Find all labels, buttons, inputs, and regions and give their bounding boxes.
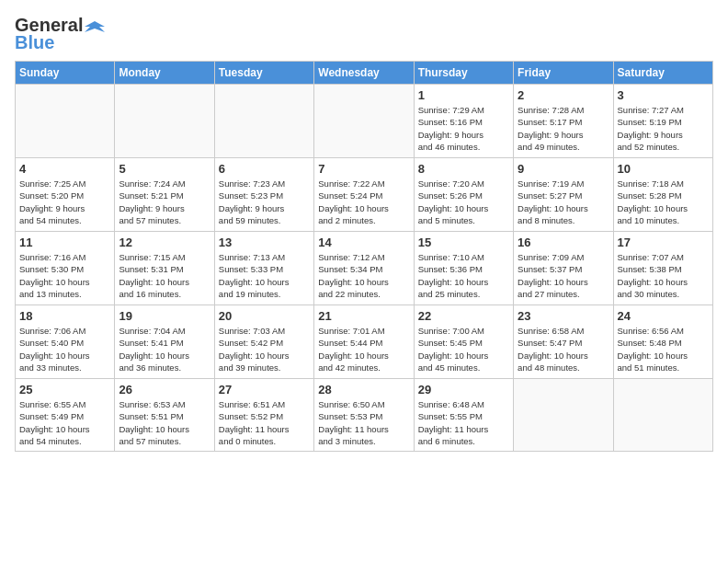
day-info: Sunrise: 7:22 AM Sunset: 5:24 PM Dayligh…: [318, 178, 409, 226]
day-info: Sunrise: 7:07 AM Sunset: 5:38 PM Dayligh…: [618, 251, 709, 300]
day-number: 12: [119, 236, 210, 249]
day-info: Sunrise: 7:16 AM Sunset: 5:30 PM Dayligh…: [19, 251, 110, 300]
calendar-day-empty: [16, 85, 115, 158]
logo: General Blue: [15, 15, 105, 53]
calendar-week-row: 11Sunrise: 7:16 AM Sunset: 5:30 PM Dayli…: [16, 232, 713, 305]
day-info: Sunrise: 7:00 AM Sunset: 5:45 PM Dayligh…: [418, 325, 509, 373]
day-number: 7: [318, 162, 409, 176]
day-number: 9: [518, 162, 609, 176]
calendar-day-9: 9Sunrise: 7:19 AM Sunset: 5:27 PM Daylig…: [514, 158, 613, 232]
day-info: Sunrise: 7:12 AM Sunset: 5:34 PM Dayligh…: [318, 251, 409, 300]
day-number: 4: [19, 162, 110, 176]
day-header-sunday: Sunday: [16, 62, 115, 85]
svg-marker-0: [85, 21, 105, 32]
calendar-day-25: 25Sunrise: 6:55 AM Sunset: 5:49 PM Dayli…: [16, 379, 115, 452]
day-info: Sunrise: 7:04 AM Sunset: 5:41 PM Dayligh…: [119, 325, 210, 373]
calendar-day-23: 23Sunrise: 6:58 AM Sunset: 5:47 PM Dayli…: [514, 305, 613, 379]
day-number: 27: [219, 383, 310, 396]
day-info: Sunrise: 7:10 AM Sunset: 5:36 PM Dayligh…: [418, 251, 509, 300]
calendar-day-empty: [214, 85, 313, 158]
calendar-day-29: 29Sunrise: 6:48 AM Sunset: 5:55 PM Dayli…: [414, 379, 513, 452]
day-info: Sunrise: 6:50 AM Sunset: 5:53 PM Dayligh…: [318, 398, 409, 447]
calendar-day-16: 16Sunrise: 7:09 AM Sunset: 5:37 PM Dayli…: [514, 232, 613, 305]
calendar-table: SundayMondayTuesdayWednesdayThursdayFrid…: [15, 61, 713, 452]
day-number: 10: [618, 162, 709, 176]
calendar-day-empty: [613, 379, 712, 452]
day-info: Sunrise: 7:09 AM Sunset: 5:37 PM Dayligh…: [518, 251, 609, 300]
day-number: 8: [418, 162, 509, 176]
calendar-day-7: 7Sunrise: 7:22 AM Sunset: 5:24 PM Daylig…: [314, 158, 414, 232]
day-header-monday: Monday: [115, 62, 214, 85]
day-header-saturday: Saturday: [613, 62, 712, 85]
day-number: 14: [318, 236, 409, 249]
day-info: Sunrise: 6:55 AM Sunset: 5:49 PM Dayligh…: [19, 398, 110, 447]
day-info: Sunrise: 7:13 AM Sunset: 5:33 PM Dayligh…: [219, 251, 310, 300]
calendar-day-28: 28Sunrise: 6:50 AM Sunset: 5:53 PM Dayli…: [314, 379, 414, 452]
calendar-day-2: 2Sunrise: 7:28 AM Sunset: 5:17 PM Daylig…: [514, 85, 613, 158]
day-info: Sunrise: 7:28 AM Sunset: 5:17 PM Dayligh…: [518, 104, 609, 153]
day-info: Sunrise: 7:19 AM Sunset: 5:27 PM Dayligh…: [518, 178, 609, 226]
day-header-tuesday: Tuesday: [214, 62, 313, 85]
calendar-day-18: 18Sunrise: 7:06 AM Sunset: 5:40 PM Dayli…: [16, 305, 115, 379]
day-info: Sunrise: 7:20 AM Sunset: 5:26 PM Dayligh…: [418, 178, 509, 226]
day-info: Sunrise: 6:48 AM Sunset: 5:55 PM Dayligh…: [418, 398, 509, 447]
day-info: Sunrise: 7:25 AM Sunset: 5:20 PM Dayligh…: [19, 178, 110, 226]
calendar-day-12: 12Sunrise: 7:15 AM Sunset: 5:31 PM Dayli…: [115, 232, 214, 305]
day-number: 13: [219, 236, 310, 249]
day-number: 16: [518, 236, 609, 249]
day-number: 11: [19, 236, 110, 249]
day-number: 23: [518, 309, 609, 323]
day-number: 20: [219, 309, 310, 323]
day-info: Sunrise: 6:53 AM Sunset: 5:51 PM Dayligh…: [119, 398, 210, 447]
calendar-day-10: 10Sunrise: 7:18 AM Sunset: 5:28 PM Dayli…: [613, 158, 712, 232]
calendar-day-15: 15Sunrise: 7:10 AM Sunset: 5:36 PM Dayli…: [414, 232, 513, 305]
calendar-day-6: 6Sunrise: 7:23 AM Sunset: 5:23 PM Daylig…: [214, 158, 313, 232]
calendar-day-8: 8Sunrise: 7:20 AM Sunset: 5:26 PM Daylig…: [414, 158, 513, 232]
day-number: 19: [119, 309, 210, 323]
calendar-day-13: 13Sunrise: 7:13 AM Sunset: 5:33 PM Dayli…: [214, 232, 313, 305]
day-header-wednesday: Wednesday: [314, 62, 414, 85]
day-header-friday: Friday: [514, 62, 613, 85]
day-number: 6: [219, 162, 310, 176]
day-number: 28: [318, 383, 409, 396]
calendar-day-21: 21Sunrise: 7:01 AM Sunset: 5:44 PM Dayli…: [314, 305, 414, 379]
day-info: Sunrise: 7:15 AM Sunset: 5:31 PM Dayligh…: [119, 251, 210, 300]
calendar-day-empty: [115, 85, 214, 158]
day-number: 22: [418, 309, 509, 323]
day-number: 15: [418, 236, 509, 249]
calendar-week-row: 1Sunrise: 7:29 AM Sunset: 5:16 PM Daylig…: [16, 85, 713, 158]
calendar-day-27: 27Sunrise: 6:51 AM Sunset: 5:52 PM Dayli…: [214, 379, 313, 452]
day-info: Sunrise: 7:06 AM Sunset: 5:40 PM Dayligh…: [19, 325, 110, 373]
day-number: 21: [318, 309, 409, 323]
day-info: Sunrise: 6:56 AM Sunset: 5:48 PM Dayligh…: [618, 325, 709, 373]
day-number: 5: [119, 162, 210, 176]
day-number: 29: [418, 383, 509, 396]
calendar-day-11: 11Sunrise: 7:16 AM Sunset: 5:30 PM Dayli…: [16, 232, 115, 305]
day-info: Sunrise: 6:51 AM Sunset: 5:52 PM Dayligh…: [219, 398, 310, 447]
day-info: Sunrise: 6:58 AM Sunset: 5:47 PM Dayligh…: [518, 325, 609, 373]
day-number: 26: [119, 383, 210, 396]
calendar-day-26: 26Sunrise: 6:53 AM Sunset: 5:51 PM Dayli…: [115, 379, 214, 452]
day-number: 25: [19, 383, 110, 396]
day-info: Sunrise: 7:01 AM Sunset: 5:44 PM Dayligh…: [318, 325, 409, 373]
calendar-day-19: 19Sunrise: 7:04 AM Sunset: 5:41 PM Dayli…: [115, 305, 214, 379]
day-number: 18: [19, 309, 110, 323]
day-info: Sunrise: 7:23 AM Sunset: 5:23 PM Dayligh…: [219, 178, 310, 226]
calendar-day-empty: [514, 379, 613, 452]
calendar-day-20: 20Sunrise: 7:03 AM Sunset: 5:42 PM Dayli…: [214, 305, 313, 379]
logo-bird-icon: [85, 19, 105, 36]
day-number: 17: [618, 236, 709, 249]
day-info: Sunrise: 7:03 AM Sunset: 5:42 PM Dayligh…: [219, 325, 310, 373]
day-info: Sunrise: 7:24 AM Sunset: 5:21 PM Dayligh…: [119, 178, 210, 226]
calendar-day-5: 5Sunrise: 7:24 AM Sunset: 5:21 PM Daylig…: [115, 158, 214, 232]
day-info: Sunrise: 7:18 AM Sunset: 5:28 PM Dayligh…: [618, 178, 709, 226]
day-number: 24: [618, 309, 709, 323]
day-info: Sunrise: 7:27 AM Sunset: 5:19 PM Dayligh…: [618, 104, 709, 153]
calendar-week-row: 18Sunrise: 7:06 AM Sunset: 5:40 PM Dayli…: [16, 305, 713, 379]
calendar-day-17: 17Sunrise: 7:07 AM Sunset: 5:38 PM Dayli…: [613, 232, 712, 305]
calendar-header-row: SundayMondayTuesdayWednesdayThursdayFrid…: [16, 62, 713, 85]
day-number: 2: [518, 88, 609, 102]
calendar-day-3: 3Sunrise: 7:27 AM Sunset: 5:19 PM Daylig…: [613, 85, 712, 158]
day-info: Sunrise: 7:29 AM Sunset: 5:16 PM Dayligh…: [418, 104, 509, 153]
calendar-week-row: 4Sunrise: 7:25 AM Sunset: 5:20 PM Daylig…: [16, 158, 713, 232]
